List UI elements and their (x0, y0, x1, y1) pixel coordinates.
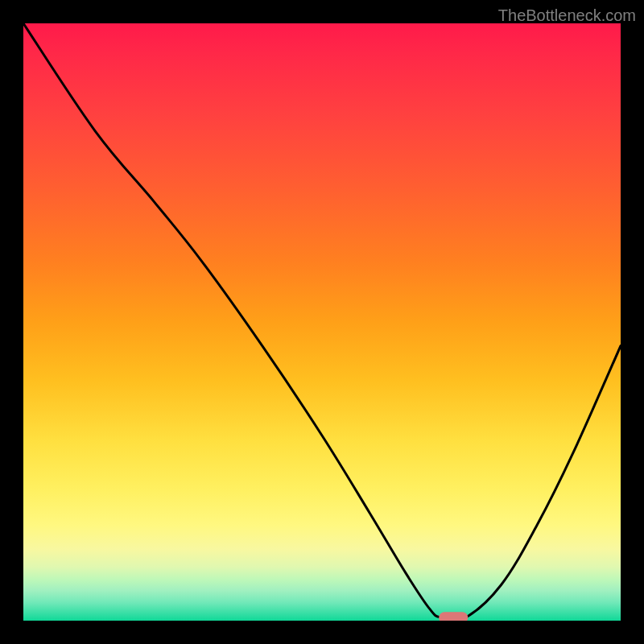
bottleneck-curve-line (23, 23, 621, 621)
optimal-marker (439, 612, 468, 621)
chart-container: TheBottleneck.com (0, 0, 644, 644)
chart-svg (23, 23, 621, 621)
watermark-text: TheBottleneck.com (498, 6, 636, 25)
